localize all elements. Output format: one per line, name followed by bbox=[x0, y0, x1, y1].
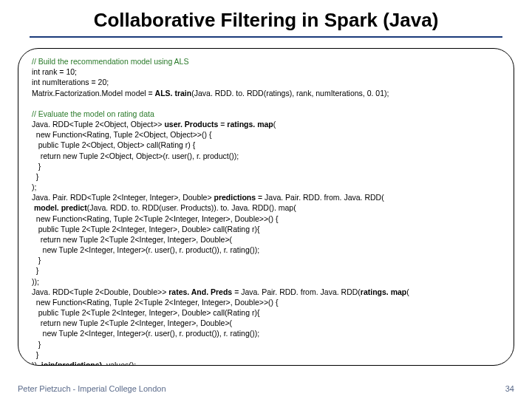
code-line: new Tuple 2<Integer, Integer>(r. user(),… bbox=[32, 245, 259, 254]
code-line: Java. Pair. RDD<Tuple 2<Integer, Integer… bbox=[32, 193, 214, 202]
code-bold: rates. And. Preds bbox=[168, 287, 232, 296]
code-line: (Java. RDD. to. RDD(ratings), rank, numI… bbox=[191, 89, 389, 98]
code-line: return new Tuple 2<Tuple 2<Integer, Inte… bbox=[32, 235, 232, 244]
code-line: = Java. Pair. RDD. from. Java. RDD( bbox=[232, 287, 361, 296]
code-line: )); bbox=[32, 277, 39, 286]
code-line: int rank = 10; bbox=[32, 67, 77, 76]
code-line: = bbox=[218, 120, 227, 129]
code-line: new Function<Rating, Tuple 2<Object, Obj… bbox=[32, 130, 211, 139]
code-line: ( bbox=[273, 120, 276, 129]
code-line: return new Tuple 2<Object, Object>(r. us… bbox=[32, 151, 239, 160]
code-content: // Build the recommendation model using … bbox=[32, 56, 500, 366]
code-line: } bbox=[32, 256, 41, 265]
code-line: } bbox=[32, 172, 38, 181]
code-line: . values(); bbox=[102, 361, 136, 366]
footer-author: Peter Pietzuch - Imperial College London bbox=[18, 384, 166, 393]
code-block: // Build the recommendation model using … bbox=[18, 48, 514, 366]
code-bold: ratings. map bbox=[361, 287, 406, 296]
code-line: Matrix.Factorization.Model model = bbox=[32, 89, 155, 98]
code-line: public Tuple 2<Tuple 2<Integer, Integer>… bbox=[32, 308, 259, 317]
code-line: ); bbox=[32, 183, 36, 191]
code-line: (Java. RDD. to. RDD(user. Products)). to… bbox=[87, 203, 296, 212]
code-bold: join(predictions) bbox=[41, 361, 102, 366]
code-line: ( bbox=[406, 287, 409, 296]
code-line: } bbox=[32, 162, 41, 171]
code-line: = Java. Pair. RDD. from. Java. RDD( bbox=[256, 193, 384, 202]
code-bold: ALS. train bbox=[155, 89, 192, 98]
code-bold: user. Products bbox=[164, 120, 218, 129]
code-line: } bbox=[32, 350, 38, 359]
code-line: new Tuple 2<Integer, Integer>(r. user(),… bbox=[32, 329, 259, 338]
comment-line: // Build the recommendation model using … bbox=[32, 57, 188, 66]
comment-line: // Evaluate the model on rating data bbox=[32, 109, 154, 118]
code-bold: predictions bbox=[214, 193, 256, 202]
code-line: Java. RDD<Tuple 2<Object, Object>> bbox=[32, 120, 164, 129]
code-line: new Function<Rating, Tuple 2<Tuple 2<Int… bbox=[32, 214, 279, 223]
slide-title: Collaborative Filtering in Spark (Java) bbox=[30, 0, 502, 38]
code-line: } bbox=[32, 266, 38, 275]
code-line: public Tuple 2<Object, Object> call(Rati… bbox=[32, 140, 195, 149]
code-line: new Function<Rating, Tuple 2<Tuple 2<Int… bbox=[32, 298, 279, 307]
code-line: )). bbox=[32, 361, 41, 366]
code-line: int numIterations = 20; bbox=[32, 78, 109, 86]
code-line: public Tuple 2<Tuple 2<Integer, Integer>… bbox=[32, 225, 259, 233]
code-bold: ratings. map bbox=[227, 120, 273, 129]
code-line: } bbox=[32, 340, 41, 349]
page-number: 34 bbox=[505, 384, 514, 393]
code-line: return new Tuple 2<Tuple 2<Integer, Inte… bbox=[32, 318, 232, 327]
code-bold: model. predict bbox=[34, 203, 87, 212]
code-line: Java. RDD<Tuple 2<Double, Double>> bbox=[32, 287, 168, 296]
